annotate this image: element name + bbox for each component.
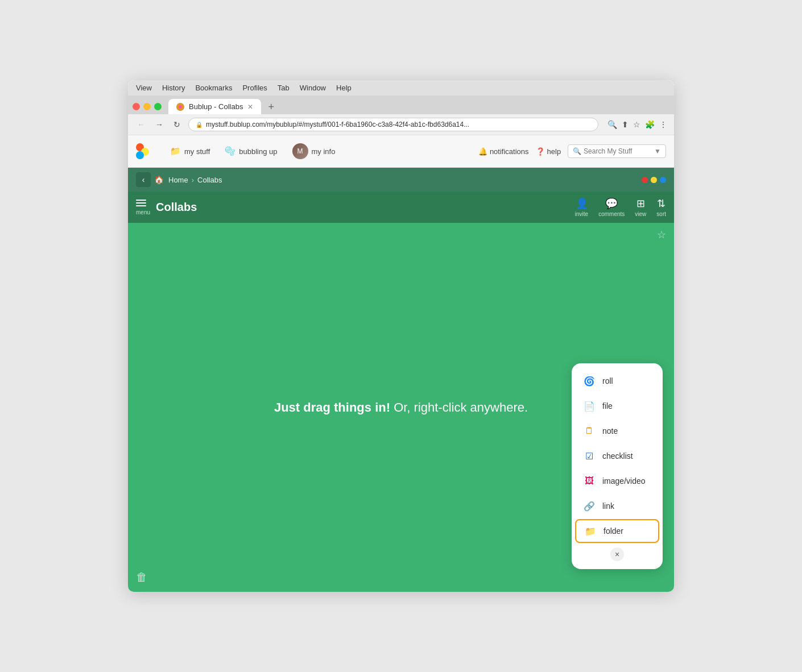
- comments-label: comments: [598, 211, 625, 217]
- breadcrumb-dots: [642, 177, 666, 183]
- view-icon: ⊞: [636, 197, 645, 210]
- new-tab-button[interactable]: +: [264, 102, 278, 112]
- help-icon: ❓: [536, 147, 545, 156]
- avatar: M: [292, 143, 308, 159]
- invite-label: invite: [575, 211, 588, 217]
- bc-dot-red[interactable]: [642, 177, 648, 183]
- breadcrumb-home[interactable]: Home: [168, 176, 188, 184]
- breadcrumb-separator: ›: [192, 176, 194, 184]
- share-icon[interactable]: ⬆: [622, 120, 629, 129]
- active-tab[interactable]: Bublup - Collabs ✕: [168, 99, 261, 114]
- nav-right: 🔔 notifications ❓ help 🔍 ▼: [478, 144, 666, 158]
- lock-icon: 🔒: [196, 122, 202, 128]
- tab-bar: Bublup - Collabs ✕ +: [128, 96, 674, 114]
- drag-hint: Just drag things in! Or, right-click any…: [274, 400, 528, 415]
- ctx-item-folder[interactable]: 📁 folder: [575, 519, 659, 543]
- bc-dot-yellow[interactable]: [651, 177, 657, 183]
- menu-view[interactable]: View: [136, 84, 152, 92]
- menu-line: [136, 205, 146, 206]
- favorite-star-icon[interactable]: ☆: [657, 229, 666, 241]
- sort-icon: ⇅: [657, 197, 665, 210]
- nav-my-info[interactable]: M my info: [286, 140, 342, 163]
- context-menu-close[interactable]: ×: [572, 544, 663, 563]
- checklist-icon: ☑: [582, 449, 597, 463]
- link-icon: 🔗: [582, 499, 597, 513]
- breadcrumb-bar: ‹ 🏠 Home › Collabs: [128, 168, 674, 192]
- roll-icon: 🌀: [582, 374, 597, 388]
- note-icon: 🗒: [582, 424, 597, 438]
- browser-window: View History Bookmarks Profiles Tab Wind…: [128, 80, 674, 592]
- comments-icon: 💬: [605, 197, 618, 210]
- close-button[interactable]: ×: [610, 547, 624, 561]
- logo-circles: [136, 143, 154, 159]
- ctx-item-link[interactable]: 🔗 link: [572, 494, 663, 518]
- ctx-label-folder: folder: [603, 526, 623, 536]
- menu-history[interactable]: History: [162, 84, 185, 92]
- menu-button[interactable]: menu: [136, 200, 150, 215]
- menu-tab[interactable]: Tab: [278, 84, 290, 92]
- invite-button[interactable]: 👤 invite: [575, 197, 588, 217]
- sort-button[interactable]: ⇅ sort: [656, 197, 666, 217]
- home-icon: 🏠: [154, 175, 164, 184]
- menu-profiles[interactable]: Profiles: [242, 84, 267, 92]
- chrome-menubar: View History Bookmarks Profiles Tab Wind…: [128, 80, 674, 96]
- ctx-label-checklist: checklist: [602, 451, 633, 461]
- more-icon[interactable]: ⋮: [659, 120, 667, 129]
- tab-label: Bublup - Collabs: [189, 102, 243, 111]
- search-icon: 🔍: [573, 147, 581, 155]
- my-stuff-icon: 📁: [170, 146, 181, 156]
- minimize-dot[interactable]: [143, 103, 151, 110]
- extensions-icon[interactable]: 🧩: [645, 120, 655, 129]
- ctx-item-file[interactable]: 📄 file: [572, 394, 663, 418]
- search-input[interactable]: [584, 147, 652, 155]
- comments-button[interactable]: 💬 comments: [598, 197, 625, 217]
- tab-close-button[interactable]: ✕: [247, 103, 253, 111]
- ctx-label-link: link: [602, 501, 614, 511]
- breadcrumb-current: Collabs: [197, 176, 222, 184]
- nav-my-stuff[interactable]: 📁 my stuff: [163, 143, 217, 160]
- menu-bookmarks[interactable]: Bookmarks: [195, 84, 232, 92]
- menu-window[interactable]: Window: [300, 84, 326, 92]
- file-icon: 📄: [582, 399, 597, 413]
- menu-line: [136, 200, 146, 201]
- main-content[interactable]: ☆ Just drag things in! Or, right-click a…: [128, 223, 674, 592]
- ctx-label-file: file: [602, 401, 613, 410]
- ctx-item-image-video[interactable]: 🖼 image/video: [572, 469, 663, 493]
- notifications-label: notifications: [490, 147, 529, 156]
- breadcrumb-back-button[interactable]: ‹: [136, 172, 151, 187]
- address-input[interactable]: 🔒 mystuff.bublup.com/mybublup/#/mystuff/…: [188, 118, 598, 131]
- drag-hint-bold: Just drag things in!: [274, 400, 390, 414]
- bubbling-up-label: bubbling up: [239, 147, 277, 156]
- bubbling-up-icon: 🫧: [225, 146, 235, 156]
- menu-help[interactable]: Help: [336, 84, 352, 92]
- close-dot[interactable]: [133, 103, 140, 110]
- address-text: mystuff.bublup.com/mybublup/#/mystuff/00…: [206, 121, 469, 128]
- search-box[interactable]: 🔍 ▼: [568, 144, 666, 158]
- search-dropdown-icon[interactable]: ▼: [654, 147, 661, 155]
- ctx-item-checklist[interactable]: ☑ checklist: [572, 444, 663, 468]
- folder-icon: 📁: [583, 524, 598, 538]
- search-icon[interactable]: 🔍: [607, 120, 617, 129]
- my-info-label: my info: [312, 147, 336, 156]
- tab-favicon: [176, 103, 184, 111]
- nav-bubbling-up[interactable]: 🫧 bubbling up: [218, 143, 284, 160]
- address-icons: 🔍 ⬆ ☆ 🧩 ⋮: [607, 120, 667, 129]
- bookmark-icon[interactable]: ☆: [633, 120, 640, 129]
- trash-icon[interactable]: 🗑: [136, 571, 147, 584]
- reload-button[interactable]: ↻: [171, 119, 183, 130]
- ctx-item-roll[interactable]: 🌀 roll: [572, 369, 663, 393]
- maximize-dot[interactable]: [154, 103, 162, 110]
- traffic-lights: [133, 103, 162, 110]
- forward-button[interactable]: →: [153, 119, 166, 130]
- view-button[interactable]: ⊞ view: [635, 197, 646, 217]
- menu-line: [136, 202, 146, 204]
- invite-icon: 👤: [576, 197, 588, 210]
- notifications-button[interactable]: 🔔 notifications: [478, 147, 529, 156]
- bc-dot-blue[interactable]: [660, 177, 666, 183]
- back-button[interactable]: ←: [135, 119, 147, 130]
- help-label: help: [547, 147, 561, 156]
- app-navbar: 📁 my stuff 🫧 bubbling up M my info 🔔 not…: [128, 135, 674, 168]
- page-header: menu Collabs 👤 invite 💬 comments ⊞ view …: [128, 192, 674, 223]
- ctx-item-note[interactable]: 🗒 note: [572, 419, 663, 443]
- help-button[interactable]: ❓ help: [536, 147, 561, 156]
